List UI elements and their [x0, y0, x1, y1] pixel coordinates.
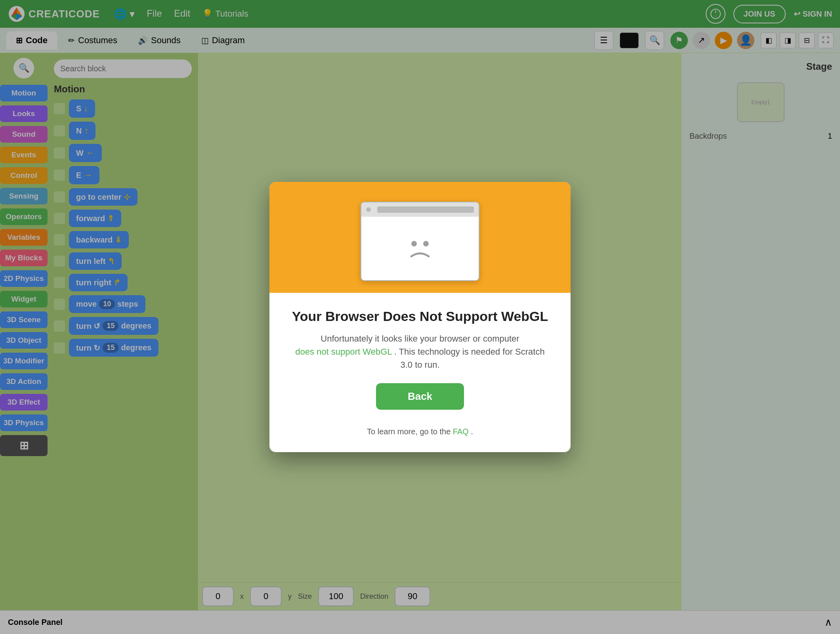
modal-overlay: Your Browser Does Not Support WebGL Unfo… — [0, 0, 840, 634]
modal-title: Your Browser Does Not Support WebGL — [289, 309, 551, 324]
browser-body — [361, 217, 479, 280]
back-button[interactable]: Back — [376, 383, 464, 410]
svg-point-3 — [423, 241, 429, 246]
svg-point-2 — [411, 241, 417, 246]
modal-body: Your Browser Does Not Support WebGL Unfo… — [269, 293, 571, 452]
webgl-modal: Your Browser Does Not Support WebGL Unfo… — [269, 182, 571, 452]
modal-description: Unfortunately it looks like your browser… — [289, 332, 551, 371]
webgl-link[interactable]: does not support WebGL — [295, 347, 391, 357]
faq-link[interactable]: FAQ — [453, 427, 469, 436]
browser-window-illustration — [361, 202, 479, 281]
browser-titlebar — [361, 202, 479, 217]
modal-header — [269, 182, 571, 293]
sad-face-icon — [400, 229, 440, 268]
modal-faq-text: To learn more, go to the FAQ . — [289, 427, 551, 436]
browser-dot — [366, 207, 371, 212]
